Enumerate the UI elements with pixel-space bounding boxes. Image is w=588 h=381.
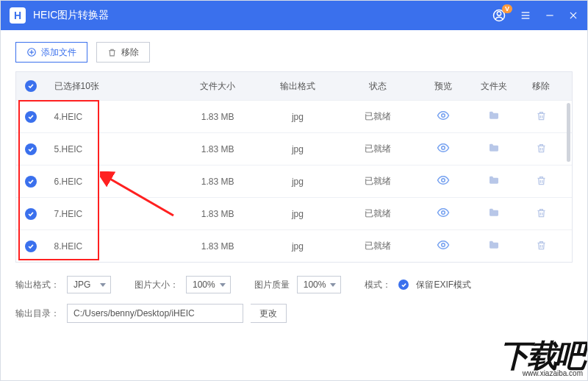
row-format: jpg <box>258 177 338 187</box>
image-quality-label: 图片质量 <box>254 279 290 291</box>
preview-icon[interactable] <box>417 206 468 219</box>
row-filename: 4.HEIC <box>54 112 178 122</box>
image-size-select[interactable]: 100% <box>186 276 231 293</box>
output-dir-input[interactable]: C:/Users/benny/Desktop/iHEIC <box>67 304 243 323</box>
titlebar: H HEIC图片转换器 V <box>1 1 587 30</box>
svg-point-13 <box>442 179 445 182</box>
table-row[interactable]: 4.HEIC1.83 MBjpg已就绪 <box>16 100 572 132</box>
select-all-checkbox[interactable] <box>25 80 37 92</box>
user-icon[interactable]: V <box>492 8 506 23</box>
row-size: 1.83 MB <box>178 177 258 187</box>
header-status: 状态 <box>337 80 417 93</box>
delete-icon[interactable] <box>520 110 563 121</box>
row-status: 已就绪 <box>337 175 417 188</box>
preview-icon[interactable] <box>417 141 468 154</box>
row-status: 已就绪 <box>337 110 417 123</box>
remove-label: 移除 <box>121 46 139 59</box>
trash-icon <box>107 48 117 57</box>
mode-checkbox[interactable] <box>398 279 409 290</box>
delete-icon[interactable] <box>520 143 563 154</box>
file-table: 已选择10张 文件大小 输出格式 状态 预览 文件夹 移除 4.HEIC1.83… <box>15 71 573 263</box>
folder-icon[interactable] <box>468 142 519 154</box>
image-quality-select[interactable]: 100% <box>297 276 342 293</box>
folder-icon[interactable] <box>468 239 519 251</box>
delete-icon[interactable] <box>520 207 563 218</box>
row-status: 已就绪 <box>337 207 417 220</box>
table-row[interactable]: 5.HEIC1.83 MBjpg已就绪 <box>16 132 572 165</box>
table-row[interactable]: 6.HEIC1.83 MBjpg已就绪 <box>16 165 572 197</box>
scrollbar[interactable] <box>567 103 570 162</box>
output-format-label: 输出格式： <box>15 279 60 291</box>
app-logo: H <box>10 7 26 24</box>
row-checkbox[interactable] <box>25 111 37 123</box>
add-file-label: 添加文件 <box>41 46 76 59</box>
row-filename: 5.HEIC <box>54 144 178 154</box>
row-size: 1.83 MB <box>178 209 258 219</box>
mode-label: 模式： <box>365 279 391 291</box>
header-selected: 已选择10张 <box>54 80 178 93</box>
folder-icon[interactable] <box>468 110 519 121</box>
row-format: jpg <box>258 144 338 154</box>
svg-point-11 <box>442 114 445 118</box>
folder-icon[interactable] <box>468 174 519 186</box>
remove-button[interactable]: 移除 <box>96 42 150 63</box>
row-format: jpg <box>258 112 338 122</box>
delete-icon[interactable] <box>520 240 563 251</box>
table-row[interactable]: 7.HEIC1.83 MBjpg已就绪 <box>16 197 572 229</box>
svg-point-12 <box>442 146 445 150</box>
row-checkbox[interactable] <box>25 143 37 155</box>
output-format-select[interactable]: JPG <box>67 276 111 293</box>
row-size: 1.83 MB <box>178 241 258 252</box>
bottom-panel: 输出格式： JPG 图片大小： 100% 图片质量 100% 模式： 保留EXI… <box>1 263 587 341</box>
row-filename: 7.HEIC <box>54 209 178 219</box>
user-badge: V <box>502 4 512 13</box>
mode-text: 保留EXIF模式 <box>416 279 471 291</box>
preview-icon[interactable] <box>417 174 468 187</box>
header-size: 文件大小 <box>178 80 258 93</box>
folder-icon[interactable] <box>468 207 519 218</box>
row-size: 1.83 MB <box>178 144 258 154</box>
svg-point-14 <box>442 211 445 215</box>
app-title: HEIC图片转换器 <box>33 9 492 22</box>
change-dir-button[interactable]: 更改 <box>251 304 287 323</box>
row-checkbox[interactable] <box>25 176 37 188</box>
svg-point-0 <box>497 12 501 15</box>
svg-point-15 <box>442 243 445 247</box>
header-preview: 预览 <box>417 80 468 93</box>
preview-icon[interactable] <box>417 238 468 252</box>
table-row[interactable]: 8.HEIC1.83 MBjpg已就绪 <box>16 229 572 262</box>
plus-circle-icon <box>26 47 37 57</box>
menu-icon[interactable] <box>520 10 531 21</box>
output-dir-label: 输出目录： <box>15 307 60 320</box>
row-filename: 6.HEIC <box>54 177 178 187</box>
row-format: jpg <box>258 241 338 252</box>
toolbar: 添加文件 移除 <box>1 30 587 71</box>
header-remove: 移除 <box>520 80 563 93</box>
row-status: 已就绪 <box>337 143 417 155</box>
row-format: jpg <box>258 209 338 219</box>
row-checkbox[interactable] <box>25 241 37 252</box>
row-filename: 8.HEIC <box>54 241 178 252</box>
close-icon[interactable] <box>568 10 578 21</box>
table-header: 已选择10张 文件大小 输出格式 状态 预览 文件夹 移除 <box>16 72 572 100</box>
watermark: 下载吧 www.xiazaiba.com <box>499 343 583 377</box>
header-format: 输出格式 <box>258 80 338 93</box>
image-size-label: 图片大小： <box>135 279 179 291</box>
preview-icon[interactable] <box>417 109 468 122</box>
row-checkbox[interactable] <box>25 208 37 220</box>
row-size: 1.83 MB <box>178 112 258 122</box>
row-status: 已就绪 <box>337 240 417 252</box>
delete-icon[interactable] <box>520 175 563 186</box>
add-file-button[interactable]: 添加文件 <box>15 42 87 63</box>
header-folder: 文件夹 <box>468 80 519 93</box>
minimize-icon[interactable] <box>545 10 555 21</box>
